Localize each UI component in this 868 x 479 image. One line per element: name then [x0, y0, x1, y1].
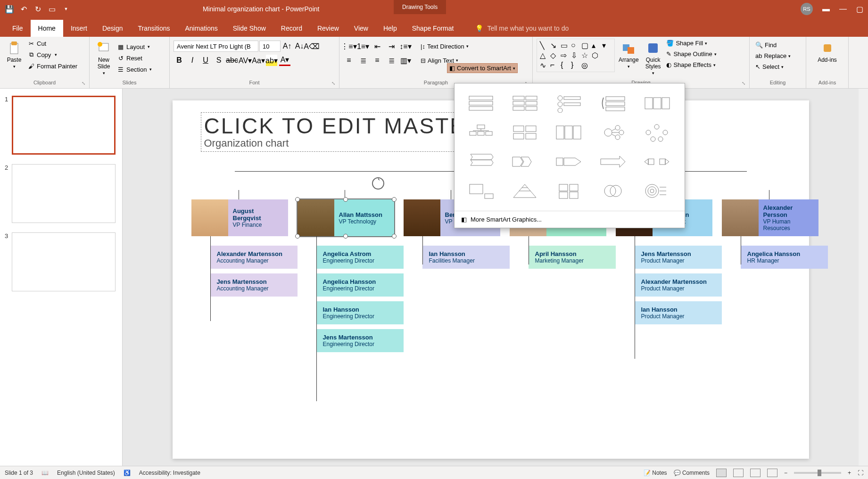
qat-customize-icon[interactable]: ▼: [61, 4, 71, 14]
slide-thumbnail-3[interactable]: [12, 232, 116, 291]
shape-roundrect-icon[interactable]: ▢: [581, 41, 591, 50]
tab-view[interactable]: View: [347, 20, 376, 37]
smartart-option-horizontal-bullet[interactable]: [593, 90, 633, 116]
shape-arr-r-icon[interactable]: ⇨: [561, 51, 570, 60]
clipboard-dialog-launcher[interactable]: ⤡: [82, 81, 88, 87]
maximize-icon[interactable]: ▢: [856, 5, 863, 14]
select-button[interactable]: ↖Select▾: [753, 62, 802, 71]
shape-up-icon[interactable]: ▴: [592, 41, 601, 50]
smartart-option-chevron-vert[interactable]: [461, 149, 501, 175]
font-color-button[interactable]: A▾: [279, 55, 290, 66]
zoom-in-button[interactable]: +: [848, 470, 851, 476]
justify-button[interactable]: ≣: [386, 55, 397, 66]
card-prod-2[interactable]: Alexander MartenssonProduct Manager: [635, 273, 722, 297]
smartart-option-matrix[interactable]: [549, 178, 588, 204]
tab-animations[interactable]: Animations: [177, 20, 225, 37]
fit-to-window-button[interactable]: ⛶: [858, 470, 863, 476]
new-slide-button[interactable]: New Slide ▾: [93, 39, 114, 77]
slide-thumbnail-2[interactable]: [12, 164, 116, 223]
selection-handle[interactable]: [295, 234, 300, 239]
quick-styles-button[interactable]: Quick Styles▾: [643, 39, 664, 77]
smartart-option-continuous-arrow[interactable]: [593, 149, 633, 175]
convert-smartart-button[interactable]: ◧ Convert to SmartArt ▾: [447, 63, 518, 73]
tab-help[interactable]: Help: [376, 20, 405, 37]
clear-formatting-icon[interactable]: A⌫: [306, 41, 317, 52]
font-dialog-launcher[interactable]: ⤡: [331, 81, 338, 87]
shape-hex-icon[interactable]: ⬡: [592, 51, 601, 60]
replace-button[interactable]: abReplace▾: [753, 51, 802, 60]
cut-button[interactable]: ✂Cut: [25, 39, 79, 48]
card-tech-4[interactable]: Jens MartenssonEngineering Director: [316, 329, 404, 352]
tab-insert[interactable]: Insert: [63, 20, 95, 37]
tell-me-search[interactable]: 💡 Tell me what you want to do: [475, 20, 569, 37]
arrange-button[interactable]: Arrange▾: [616, 39, 642, 71]
card-finance-2[interactable]: Jens MartenssonAccounting Manager: [210, 273, 298, 297]
shape-nav-icon[interactable]: ▾: [602, 41, 612, 50]
card-vp-finance[interactable]: August BergqvistVP Finance: [191, 199, 288, 236]
format-painter-button[interactable]: 🖌Format Painter: [25, 61, 79, 71]
selection-handle[interactable]: [295, 197, 300, 202]
addins-button[interactable]: Add-ins: [810, 39, 844, 65]
smartart-option-opposing-arrows[interactable]: [637, 149, 677, 175]
smartart-option-cycle[interactable]: [637, 119, 677, 146]
shape-diam-icon[interactable]: ◇: [550, 51, 560, 60]
increase-indent-button[interactable]: ⇥: [386, 41, 397, 52]
smartart-option-vertical-box[interactable]: [505, 90, 545, 116]
selection-handle[interactable]: [343, 234, 348, 239]
shape-fill-button[interactable]: 🪣Shape Fill▾: [664, 39, 718, 48]
shape-curve-icon[interactable]: ∿: [540, 61, 549, 70]
zoom-thumb[interactable]: [818, 470, 821, 476]
tab-design[interactable]: Design: [95, 20, 131, 37]
card-vp-tech[interactable]: Allan MattssonVP Technology: [298, 199, 394, 236]
shape-brace-l-icon[interactable]: {: [561, 61, 570, 70]
smartart-option-arrow-process[interactable]: [549, 149, 588, 175]
shadow-button[interactable]: S: [213, 55, 224, 66]
card-tech-1[interactable]: Angelica AstromEngineering Director: [316, 246, 404, 269]
tab-record[interactable]: Record: [273, 20, 310, 37]
smartart-option-radial[interactable]: [593, 119, 633, 146]
tab-shape-format[interactable]: Shape Format: [405, 20, 462, 37]
selection-handle[interactable]: [392, 234, 397, 239]
drawing-dialog-launcher[interactable]: ⤡: [742, 81, 748, 87]
line-spacing-button[interactable]: ↕≡▾: [400, 41, 411, 52]
highlight-button[interactable]: ab▾: [266, 55, 277, 66]
smartart-option-vertical-bullet[interactable]: [549, 90, 588, 116]
strikethrough-button[interactable]: abc: [226, 55, 238, 66]
copy-button[interactable]: ⧉Copy▾: [25, 50, 79, 59]
ribbon-display-icon[interactable]: ▬: [822, 5, 830, 13]
shape-outline-button[interactable]: ✎Shape Outline▾: [664, 50, 718, 58]
view-sorter-button[interactable]: [733, 469, 744, 477]
smartart-option-chevron-horiz[interactable]: [505, 149, 545, 175]
status-accessibility[interactable]: Accessibility: Investigate: [139, 470, 200, 476]
view-slideshow-button[interactable]: [767, 469, 777, 477]
font-size-combo[interactable]: [259, 41, 281, 52]
text-direction-button[interactable]: |↕Text Direction▾: [419, 42, 471, 51]
card-vp-hr[interactable]: Alexander PerssonVP Human Resources: [722, 199, 818, 236]
smartart-option-hierarchy[interactable]: [461, 119, 501, 146]
tab-slideshow[interactable]: Slide Show: [225, 20, 273, 37]
slideshow-icon[interactable]: ▭: [47, 4, 57, 14]
status-slide-number[interactable]: Slide 1 of 3: [5, 470, 33, 476]
more-smartart-button[interactable]: ◧ More SmartArt Graphics...: [455, 211, 685, 228]
zoom-slider[interactable]: [794, 472, 841, 474]
smartart-option-pyramid[interactable]: [505, 178, 545, 204]
smartart-option-picture-list[interactable]: [505, 119, 545, 146]
slide-thumbnail-1[interactable]: [12, 96, 116, 155]
shape-arr-d-icon[interactable]: ⇩: [571, 51, 580, 60]
undo-icon[interactable]: ↶: [19, 4, 28, 14]
increase-font-icon[interactable]: A↑: [281, 41, 293, 52]
redo-icon[interactable]: ↻: [33, 4, 42, 14]
shape-line-icon[interactable]: ╲: [540, 41, 549, 50]
card-finance-1[interactable]: Alexander MartenssonAccounting Manager: [210, 246, 298, 269]
align-left-button[interactable]: ≡: [343, 55, 355, 66]
save-icon[interactable]: 💾: [5, 4, 14, 14]
notes-button[interactable]: 📝 Notes: [644, 470, 667, 476]
bold-button[interactable]: B: [174, 55, 185, 66]
selection-handle[interactable]: [392, 197, 397, 202]
bullets-button[interactable]: ⋮≡▾: [343, 41, 355, 52]
smartart-option-target[interactable]: [637, 178, 677, 204]
shape-tri-icon[interactable]: △: [540, 51, 549, 60]
card-tech-2[interactable]: Angelica HanssonEngineering Director: [316, 273, 404, 297]
smartart-option-basic-block[interactable]: [461, 90, 501, 116]
shape-conn-icon[interactable]: ⌐: [550, 61, 560, 70]
